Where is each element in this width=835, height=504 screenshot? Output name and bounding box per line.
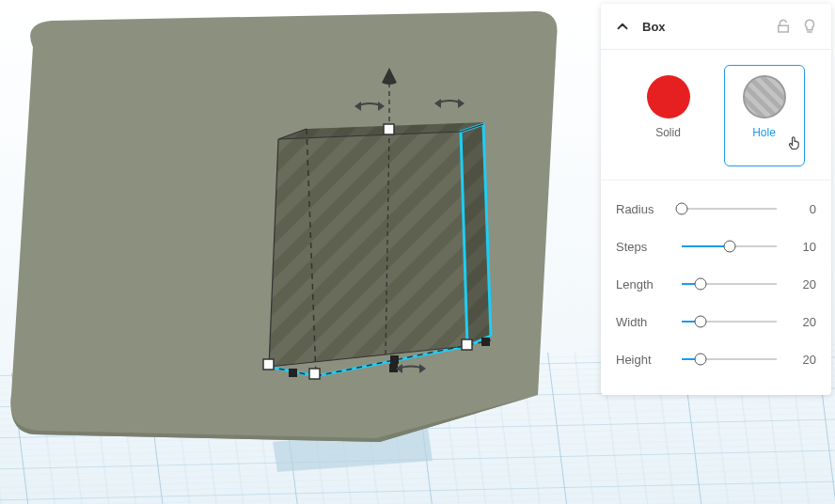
hole-label: Hole [752, 126, 776, 139]
svg-rect-28 [309, 369, 320, 379]
lightbulb-icon[interactable] [801, 18, 818, 35]
svg-rect-33 [389, 364, 398, 372]
slider-thumb[interactable] [695, 316, 707, 328]
param-value[interactable]: 10 [788, 240, 816, 254]
svg-rect-31 [390, 355, 399, 364]
svg-rect-30 [289, 369, 297, 377]
svg-rect-27 [263, 359, 274, 370]
collapse-icon[interactable] [614, 18, 631, 35]
svg-rect-29 [462, 339, 472, 350]
param-height: Height20 [616, 340, 816, 378]
param-value[interactable]: 20 [788, 277, 816, 291]
param-value[interactable]: 0 [788, 202, 816, 216]
param-value[interactable]: 20 [788, 315, 816, 329]
param-label: Steps [616, 240, 670, 254]
shape-properties-panel: Box Solid Hole Radius0Steps10Length20Wid… [601, 4, 831, 395]
param-steps: Steps10 [616, 228, 816, 265]
lock-icon[interactable] [775, 18, 792, 35]
param-slider[interactable] [682, 321, 777, 323]
param-width: Width20 [616, 303, 816, 340]
param-slider[interactable] [682, 245, 777, 247]
solid-swatch-icon [647, 75, 690, 118]
param-label: Length [616, 277, 670, 291]
param-length: Length20 [616, 265, 816, 303]
param-slider[interactable] [682, 283, 777, 285]
svg-rect-32 [481, 338, 490, 346]
panel-title: Box [642, 20, 765, 34]
slider-thumb[interactable] [723, 241, 735, 253]
param-label: Height [616, 353, 670, 367]
svg-rect-26 [384, 124, 394, 134]
hole-option[interactable]: Hole [724, 65, 805, 166]
param-label: Radius [616, 202, 670, 216]
param-value[interactable]: 20 [788, 353, 816, 367]
slider-thumb[interactable] [676, 203, 688, 215]
solid-option[interactable]: Solid [628, 65, 709, 166]
param-slider[interactable] [682, 358, 777, 360]
param-slider[interactable] [682, 208, 777, 210]
param-label: Width [616, 315, 670, 329]
slider-thumb[interactable] [695, 278, 707, 291]
cursor-hand-icon [785, 134, 804, 152]
param-radius: Radius0 [616, 190, 816, 228]
solid-label: Solid [655, 126, 681, 139]
svg-marker-10 [269, 132, 467, 367]
hole-swatch-icon [743, 75, 786, 118]
slider-thumb[interactable] [695, 354, 707, 366]
